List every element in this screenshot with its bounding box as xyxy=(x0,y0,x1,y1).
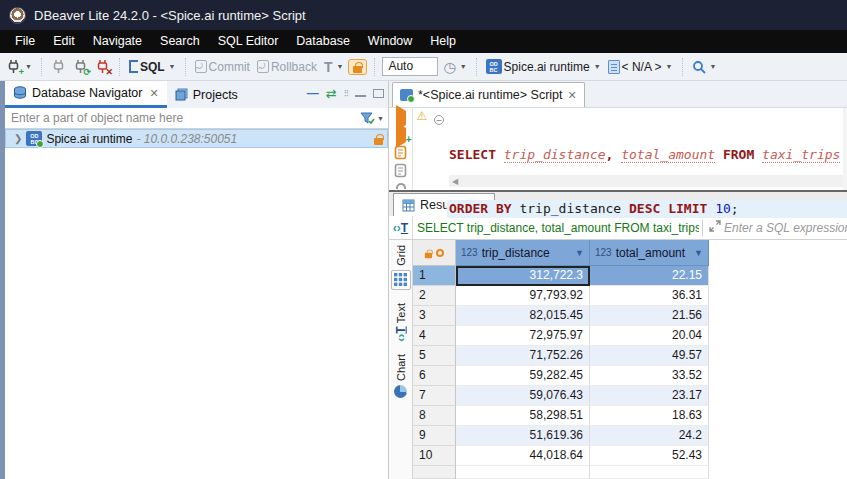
rollback-icon xyxy=(257,60,269,73)
active-database-combo[interactable]: < N/A > ▼ xyxy=(606,58,675,76)
cell-trip-distance[interactable]: 51,619.36 xyxy=(456,426,590,446)
cell-trip-distance[interactable]: 97,793.92 xyxy=(456,286,590,306)
grid-selected-box xyxy=(391,270,411,290)
table-row[interactable]: 5 71,752.26 49.57 xyxy=(413,346,847,366)
execute-new-tab-button[interactable]: + xyxy=(396,128,406,142)
row-number[interactable]: 1 xyxy=(413,266,456,286)
script-icon[interactable] xyxy=(394,163,407,178)
chevron-right-icon[interactable]: ❯ xyxy=(14,133,22,144)
tab-grid[interactable]: Grid xyxy=(391,245,411,290)
rollback-button[interactable]: Rollback xyxy=(255,58,319,76)
caret-down-icon[interactable]: ▼ xyxy=(377,115,384,122)
table-row[interactable]: 2 97,793.92 36.31 xyxy=(413,286,847,306)
row-number[interactable]: 4 xyxy=(413,326,456,346)
cell-total-amount[interactable]: 21.56 xyxy=(590,306,709,326)
cell-total-amount[interactable]: 24.2 xyxy=(590,426,709,446)
caret-down-icon[interactable]: ▼ xyxy=(594,63,601,70)
caret-down-icon[interactable]: ▼ xyxy=(169,63,176,70)
cell-trip-distance[interactable]: 312,722.3 xyxy=(456,266,590,286)
cell-total-amount[interactable]: 49.57 xyxy=(590,346,709,366)
editor-vertical-scrollbar[interactable] xyxy=(843,108,847,190)
maximize-view-icon[interactable] xyxy=(373,89,384,98)
commit-button[interactable]: Commit xyxy=(193,58,252,76)
link-editor-icon[interactable]: ⇄ xyxy=(326,86,337,101)
cell-trip-distance[interactable]: 59,282.45 xyxy=(456,366,590,386)
cell-trip-distance[interactable]: 58,298.51 xyxy=(456,406,590,426)
close-icon[interactable]: ✕ xyxy=(149,87,158,100)
collapse-all-icon[interactable]: — xyxy=(307,86,319,100)
row-number[interactable]: 10 xyxy=(413,446,456,466)
menu-window[interactable]: Window xyxy=(359,30,421,53)
sql-editor-button[interactable]: SQL ▼ xyxy=(127,58,178,76)
table-row[interactable]: 9 51,619.36 24.2 xyxy=(413,426,847,446)
close-icon[interactable]: ✕ xyxy=(568,89,577,102)
cell-total-amount[interactable]: 52.43 xyxy=(590,446,709,466)
row-number[interactable]: 6 xyxy=(413,366,456,386)
cell-trip-distance[interactable]: 59,076.43 xyxy=(456,386,590,406)
tab-sql-script[interactable]: *<Spice.ai runtime> Script ✕ xyxy=(392,82,585,107)
menu-sql-editor[interactable]: SQL Editor xyxy=(209,30,288,53)
new-connection-button[interactable]: + ▼ xyxy=(4,57,34,76)
menu-file[interactable]: File xyxy=(6,30,44,53)
minimize-view-icon[interactable] xyxy=(355,90,366,97)
menu-database[interactable]: Database xyxy=(287,30,359,53)
caret-down-icon[interactable]: ▼ xyxy=(336,63,343,70)
row-number[interactable]: 2 xyxy=(413,286,456,306)
cell-trip-distance[interactable]: 72,975.97 xyxy=(456,326,590,346)
connection-lock-toggle[interactable] xyxy=(348,59,367,75)
cell-trip-distance[interactable]: 71,752.26 xyxy=(456,346,590,366)
tab-projects[interactable]: Projects xyxy=(167,81,246,108)
row-number[interactable]: 5 xyxy=(413,346,456,366)
view-menu-icon[interactable]: ⁝⁝ xyxy=(344,88,348,99)
tab-text[interactable]: Text ‹›T xyxy=(393,303,408,341)
transaction-history-button[interactable]: ◷ ▼ xyxy=(441,57,468,77)
cell-total-amount[interactable]: 23.17 xyxy=(590,386,709,406)
table-row[interactable]: 3 82,015.45 21.56 xyxy=(413,306,847,326)
tab-database-navigator[interactable]: Database Navigator ✕ xyxy=(5,81,167,108)
autocommit-combo[interactable]: Auto xyxy=(382,57,438,76)
refresh-icon[interactable] xyxy=(396,183,406,189)
database-doc-icon xyxy=(608,60,620,74)
table-row[interactable]: 8 58,298.51 18.63 xyxy=(413,406,847,426)
menu-help[interactable]: Help xyxy=(421,30,465,53)
menu-search[interactable]: Search xyxy=(151,30,209,53)
caret-down-icon[interactable]: ▼ xyxy=(460,63,467,70)
cell-total-amount[interactable]: 20.04 xyxy=(590,326,709,346)
transaction-icon: T xyxy=(324,59,333,75)
row-number[interactable]: 3 xyxy=(413,306,456,326)
connect-button[interactable] xyxy=(49,57,68,76)
scroll-left-icon[interactable]: ◀ xyxy=(449,177,461,186)
connection-tree-item[interactable]: ❯ ODBC Spice.ai runtime - 10.0.0.238:500… xyxy=(5,129,388,148)
cell-trip-distance[interactable]: 82,015.45 xyxy=(456,306,590,326)
reconnect-button[interactable]: ⟳ xyxy=(71,57,90,76)
search-button[interactable]: ▼ xyxy=(690,58,719,76)
row-number[interactable]: 8 xyxy=(413,406,456,426)
disconnect-button[interactable]: ✕ xyxy=(93,57,112,76)
active-connection-combo[interactable]: ODBC Spice.ai runtime ▼ xyxy=(484,57,603,76)
object-filter-input[interactable]: Enter a part of object name here xyxy=(11,111,360,125)
tab-chart[interactable]: Chart xyxy=(394,354,407,398)
cell-total-amount[interactable]: 22.15 xyxy=(590,266,709,286)
fold-collapse-icon[interactable]: – xyxy=(434,115,444,125)
table-row[interactable]: 10 44,018.64 52.43 xyxy=(413,446,847,466)
caret-down-icon[interactable]: ▼ xyxy=(25,63,32,70)
cell-total-amount[interactable]: 33.52 xyxy=(590,366,709,386)
transaction-log-button[interactable]: T ▼ xyxy=(322,57,346,77)
cell-trip-distance[interactable]: 44,018.64 xyxy=(456,446,590,466)
caret-down-icon[interactable]: ▼ xyxy=(666,63,673,70)
menu-navigate[interactable]: Navigate xyxy=(84,30,151,53)
row-number[interactable]: 7 xyxy=(413,386,456,406)
cell-total-amount[interactable]: 18.63 xyxy=(590,406,709,426)
cell-total-amount[interactable]: 36.31 xyxy=(590,286,709,306)
caret-down-icon[interactable]: ▼ xyxy=(710,63,717,70)
search-icon xyxy=(692,60,706,74)
menu-edit[interactable]: Edit xyxy=(44,30,84,53)
row-number[interactable]: 9 xyxy=(413,426,456,446)
editor-horizontal-scrollbar[interactable]: ◀ xyxy=(449,175,843,187)
table-row[interactable]: 4 72,975.97 20.04 xyxy=(413,326,847,346)
sql-script-icon xyxy=(400,89,413,101)
table-row[interactable]: 7 59,076.43 23.17 xyxy=(413,386,847,406)
filter-funnel-icon[interactable] xyxy=(360,112,375,125)
table-row[interactable]: 6 59,282.45 33.52 xyxy=(413,366,847,386)
table-row[interactable]: 1 312,722.3 22.15 xyxy=(413,266,847,286)
